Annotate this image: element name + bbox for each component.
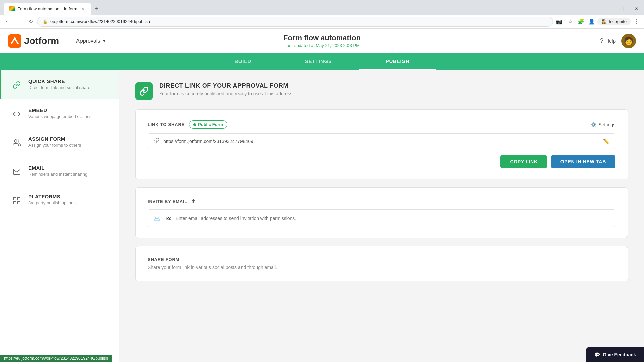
incognito-badge: 🕵️ Incognito	[597, 18, 631, 25]
copy-link-button[interactable]: COPY LINK	[500, 155, 547, 168]
tab-build[interactable]: BUILD	[208, 53, 278, 70]
status-url: https://eu.jotform.com/workflow/23140229…	[4, 356, 108, 361]
help-label: Help	[605, 38, 616, 44]
back-button[interactable]: ←	[3, 17, 13, 27]
extensions-icon[interactable]: 🧩	[576, 17, 586, 27]
email-desc: Reminders and instant sharing.	[28, 172, 109, 177]
invite-email-label-text: INVITE BY EMAIL	[148, 199, 187, 204]
settings-link[interactable]: ⚙️ Settings	[591, 122, 615, 127]
url-row: https://form.jotform.com/231393247798469…	[148, 133, 615, 149]
upload-icon[interactable]: ⬆	[191, 198, 196, 205]
svg-rect-3	[13, 197, 16, 200]
platforms-text: PLATFORMS 3rd party publish options.	[28, 194, 109, 205]
svg-rect-5	[13, 201, 16, 204]
edit-url-icon[interactable]: ✏️	[603, 138, 610, 145]
sidebar: QUICK SHARE Direct form link and social …	[0, 70, 119, 362]
public-form-badge[interactable]: Public Form	[189, 120, 227, 129]
approvals-chevron-icon: ▼	[102, 39, 106, 43]
link-to-share-header: LINK TO SHARE Public Form ⚙️ Settings	[148, 120, 615, 129]
app-header: Jotform Approvals ▼ Form flow automation…	[0, 29, 644, 53]
embed-desc: Various webpage embed options.	[28, 114, 109, 119]
email-label: EMAIL	[28, 165, 109, 171]
assign-desc: Assign your forms to others.	[28, 143, 109, 148]
sidebar-item-platforms[interactable]: PLATFORMS 3rd party publish options.	[0, 186, 119, 215]
action-buttons: COPY LINK OPEN IN NEW TAB	[148, 155, 615, 168]
forward-button[interactable]: →	[14, 17, 24, 27]
direct-link-header: DIRECT LINK OF YOUR APPROVAL FORM Your f…	[135, 82, 628, 100]
public-form-dot	[193, 123, 196, 126]
direct-link-title: DIRECT LINK OF YOUR APPROVAL FORM	[159, 82, 294, 89]
status-bar: https://eu.jotform.com/workflow/23140229…	[0, 355, 112, 362]
share-form-title: SHARE FORM	[148, 257, 615, 262]
tab-favicon	[9, 6, 15, 11]
form-title: Form flow automation	[283, 34, 361, 42]
envelope-icon: ✉️	[153, 215, 161, 222]
url-link-icon	[153, 138, 159, 145]
feedback-label: Give Feedback	[603, 352, 636, 357]
quick-share-label: QUICK SHARE	[28, 78, 109, 84]
quick-share-desc: Direct form link and social share.	[28, 85, 109, 90]
address-bar[interactable]: 🔒 eu.jotform.com/workflow/23140229019244…	[37, 17, 553, 27]
header-divider	[66, 36, 66, 46]
email-input-row: ✉️ To:	[148, 209, 615, 227]
link-to-share-label: LINK TO SHARE	[148, 122, 185, 127]
feedback-icon: 💬	[594, 352, 600, 357]
link-share-card: LINK TO SHARE Public Form ⚙️ Settings	[135, 109, 628, 179]
sidebar-item-embed[interactable]: EMBED Various webpage embed options.	[0, 99, 119, 128]
give-feedback-button[interactable]: 💬 Give Feedback	[586, 347, 644, 362]
header-right: ? Help 🧑	[600, 34, 636, 48]
assign-icon	[11, 137, 23, 149]
nav-tabs: BUILD SETTINGS PUBLISH	[0, 53, 644, 70]
tab-title: Form flow automation | Jotform	[17, 6, 77, 11]
share-form-desc: Share your form link in various social p…	[148, 265, 615, 270]
gear-icon: ⚙️	[591, 122, 596, 127]
last-updated: Last updated at May 21, 2023 2:03 PM	[283, 43, 361, 48]
email-text: EMAIL Reminders and instant sharing.	[28, 165, 109, 177]
public-form-label: Public Form	[198, 122, 223, 127]
minimize-button[interactable]: ─	[598, 2, 613, 15]
maximize-button[interactable]: ⬜	[613, 2, 629, 15]
camera-icon[interactable]: 📷	[554, 17, 565, 27]
profile-icon[interactable]: 👤	[587, 17, 597, 27]
sidebar-item-email[interactable]: EMAIL Reminders and instant sharing.	[0, 157, 119, 186]
embed-label: EMBED	[28, 107, 109, 113]
open-new-tab-button[interactable]: OPEN IN NEW TAB	[551, 155, 615, 168]
approvals-button[interactable]: Approvals ▼	[73, 36, 109, 46]
invite-email-card: INVITE BY EMAIL ⬆ ✉️ To:	[135, 187, 628, 238]
bookmark-icon[interactable]: ☆	[565, 17, 575, 27]
direct-link-icon	[135, 82, 153, 100]
tab-close-icon[interactable]: ✕	[80, 5, 86, 12]
svg-point-2	[14, 140, 17, 142]
header-center: Form flow automation Last updated at May…	[283, 34, 361, 48]
logo-area: Jotform	[8, 34, 59, 48]
new-tab-button[interactable]: +	[92, 5, 101, 12]
sidebar-item-quick-share[interactable]: QUICK SHARE Direct form link and social …	[0, 70, 119, 99]
email-icon	[11, 166, 23, 178]
menu-icon[interactable]: ⋮	[631, 17, 641, 27]
svg-rect-0	[8, 34, 21, 48]
content-area: DIRECT LINK OF YOUR APPROVAL FORM Your f…	[119, 70, 644, 362]
email-input[interactable]	[176, 216, 610, 221]
address-url: eu.jotform.com/workflow/231402290192446/…	[50, 19, 547, 24]
help-button[interactable]: ? Help	[600, 37, 616, 44]
avatar[interactable]: 🧑	[621, 34, 636, 48]
to-label: To:	[165, 216, 172, 221]
close-button[interactable]: ✕	[629, 2, 644, 15]
tab-settings[interactable]: SETTINGS	[278, 53, 359, 70]
browser-tab[interactable]: Form flow automation | Jotform ✕	[4, 3, 91, 15]
embed-icon	[11, 108, 23, 120]
embed-text: EMBED Various webpage embed options.	[28, 107, 109, 119]
form-url: https://form.jotform.com/231393247798469	[163, 139, 599, 144]
jotform-logo-icon	[8, 34, 21, 48]
assign-text: ASSIGN FORM Assign your forms to others.	[28, 136, 109, 148]
incognito-label: Incognito	[609, 19, 627, 24]
tab-publish[interactable]: PUBLISH	[359, 53, 436, 70]
sidebar-item-assign[interactable]: ASSIGN FORM Assign your forms to others.	[0, 128, 119, 157]
quick-share-text: QUICK SHARE Direct form link and social …	[28, 78, 109, 90]
platforms-icon	[11, 194, 23, 206]
svg-rect-4	[17, 197, 20, 200]
approvals-label: Approvals	[76, 38, 100, 44]
reload-button[interactable]: ↻	[25, 17, 36, 27]
invite-email-header: INVITE BY EMAIL ⬆	[148, 198, 615, 205]
main-layout: QUICK SHARE Direct form link and social …	[0, 70, 644, 362]
